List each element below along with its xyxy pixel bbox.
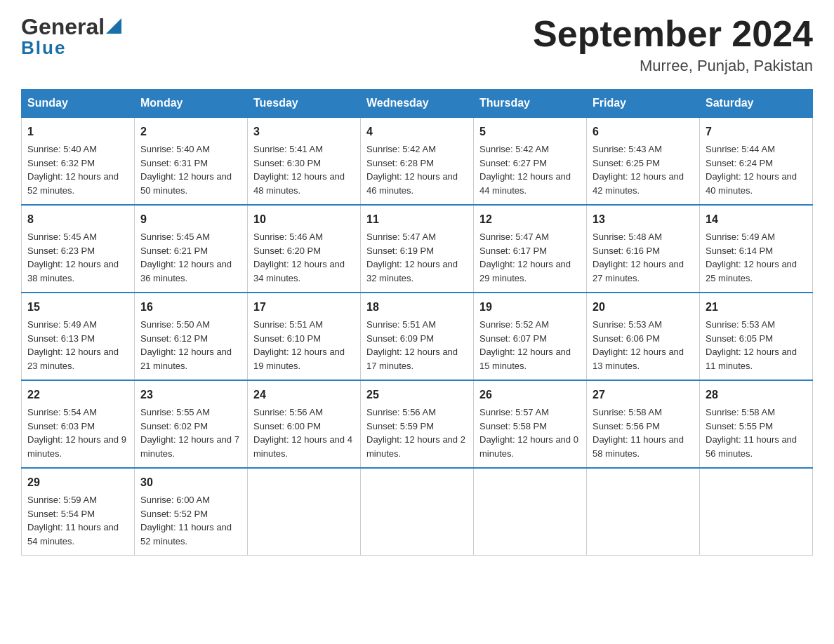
empty-cell [700, 468, 813, 556]
day-info: Sunrise: 5:57 AMSunset: 5:58 PMDaylight:… [479, 405, 581, 460]
day-cell-2: 2 Sunrise: 5:40 AMSunset: 6:31 PMDayligh… [135, 117, 248, 205]
weekday-header-monday: Monday [135, 90, 248, 118]
day-number: 20 [593, 299, 694, 316]
svg-marker-0 [106, 18, 121, 34]
day-number: 11 [366, 211, 468, 228]
day-info: Sunrise: 5:45 AMSunset: 6:23 PMDaylight:… [27, 230, 128, 285]
month-year-title: September 2024 [533, 14, 813, 54]
day-number: 2 [140, 123, 241, 140]
day-number: 7 [706, 123, 807, 140]
weekday-header-row: SundayMondayTuesdayWednesdayThursdayFrid… [22, 90, 813, 118]
week-row-2: 8 Sunrise: 5:45 AMSunset: 6:23 PMDayligh… [22, 205, 813, 293]
day-info: Sunrise: 5:58 AMSunset: 5:55 PMDaylight:… [706, 405, 807, 460]
day-info: Sunrise: 5:42 AMSunset: 6:27 PMDaylight:… [479, 142, 581, 197]
day-info: Sunrise: 5:51 AMSunset: 6:10 PMDaylight:… [253, 318, 355, 373]
day-number: 3 [253, 123, 355, 140]
day-cell-13: 13 Sunrise: 5:48 AMSunset: 6:16 PMDaylig… [587, 205, 700, 293]
day-cell-8: 8 Sunrise: 5:45 AMSunset: 6:23 PMDayligh… [22, 205, 135, 293]
logo-blue: Blue [21, 37, 121, 59]
logo-arrow-icon [106, 18, 121, 34]
day-info: Sunrise: 5:55 AMSunset: 6:02 PMDaylight:… [140, 405, 241, 460]
day-number: 6 [593, 123, 694, 140]
day-number: 10 [253, 211, 355, 228]
day-number: 4 [366, 123, 468, 140]
day-cell-11: 11 Sunrise: 5:47 AMSunset: 6:19 PMDaylig… [361, 205, 474, 293]
day-number: 13 [593, 211, 694, 228]
day-cell-3: 3 Sunrise: 5:41 AMSunset: 6:30 PMDayligh… [248, 117, 361, 205]
day-number: 17 [253, 299, 355, 316]
day-cell-25: 25 Sunrise: 5:56 AMSunset: 5:59 PMDaylig… [361, 380, 474, 468]
day-number: 25 [366, 387, 468, 403]
day-cell-18: 18 Sunrise: 5:51 AMSunset: 6:09 PMDaylig… [361, 293, 474, 380]
day-number: 15 [27, 299, 128, 316]
weekday-header-saturday: Saturday [700, 90, 813, 118]
week-row-5: 29 Sunrise: 5:59 AMSunset: 5:54 PMDaylig… [22, 468, 813, 556]
day-number: 27 [593, 387, 694, 403]
day-cell-1: 1 Sunrise: 5:40 AMSunset: 6:32 PMDayligh… [22, 117, 135, 205]
title-area: September 2024 Murree, Punjab, Pakistan [533, 14, 813, 75]
day-info: Sunrise: 5:40 AMSunset: 6:31 PMDaylight:… [140, 142, 241, 197]
day-cell-27: 27 Sunrise: 5:58 AMSunset: 5:56 PMDaylig… [587, 380, 700, 468]
weekday-header-sunday: Sunday [22, 90, 135, 118]
day-cell-28: 28 Sunrise: 5:58 AMSunset: 5:55 PMDaylig… [700, 380, 813, 468]
day-info: Sunrise: 5:54 AMSunset: 6:03 PMDaylight:… [27, 405, 128, 460]
location-subtitle: Murree, Punjab, Pakistan [533, 57, 813, 75]
day-cell-4: 4 Sunrise: 5:42 AMSunset: 6:28 PMDayligh… [361, 117, 474, 205]
day-info: Sunrise: 5:40 AMSunset: 6:32 PMDaylight:… [27, 142, 128, 197]
day-info: Sunrise: 5:41 AMSunset: 6:30 PMDaylight:… [253, 142, 355, 197]
week-row-3: 15 Sunrise: 5:49 AMSunset: 6:13 PMDaylig… [22, 293, 813, 380]
week-row-4: 22 Sunrise: 5:54 AMSunset: 6:03 PMDaylig… [22, 380, 813, 468]
day-info: Sunrise: 5:43 AMSunset: 6:25 PMDaylight:… [593, 142, 694, 197]
day-info: Sunrise: 5:49 AMSunset: 6:13 PMDaylight:… [27, 318, 128, 373]
day-info: Sunrise: 5:56 AMSunset: 5:59 PMDaylight:… [366, 405, 468, 460]
day-number: 30 [140, 474, 241, 491]
day-info: Sunrise: 5:45 AMSunset: 6:21 PMDaylight:… [140, 230, 241, 285]
day-cell-22: 22 Sunrise: 5:54 AMSunset: 6:03 PMDaylig… [22, 380, 135, 468]
day-cell-16: 16 Sunrise: 5:50 AMSunset: 6:12 PMDaylig… [135, 293, 248, 380]
day-number: 14 [706, 211, 807, 228]
day-cell-30: 30 Sunrise: 6:00 AMSunset: 5:52 PMDaylig… [135, 468, 248, 556]
day-cell-23: 23 Sunrise: 5:55 AMSunset: 6:02 PMDaylig… [135, 380, 248, 468]
day-cell-5: 5 Sunrise: 5:42 AMSunset: 6:27 PMDayligh… [474, 117, 587, 205]
day-cell-17: 17 Sunrise: 5:51 AMSunset: 6:10 PMDaylig… [248, 293, 361, 380]
day-cell-7: 7 Sunrise: 5:44 AMSunset: 6:24 PMDayligh… [700, 117, 813, 205]
weekday-header-thursday: Thursday [474, 90, 587, 118]
calendar-table: SundayMondayTuesdayWednesdayThursdayFrid… [21, 89, 813, 556]
day-info: Sunrise: 5:51 AMSunset: 6:09 PMDaylight:… [366, 318, 468, 373]
week-row-1: 1 Sunrise: 5:40 AMSunset: 6:32 PMDayligh… [22, 117, 813, 205]
day-cell-14: 14 Sunrise: 5:49 AMSunset: 6:14 PMDaylig… [700, 205, 813, 293]
day-number: 28 [706, 387, 807, 403]
day-info: Sunrise: 5:50 AMSunset: 6:12 PMDaylight:… [140, 318, 241, 373]
day-info: Sunrise: 5:49 AMSunset: 6:14 PMDaylight:… [706, 230, 807, 285]
day-info: Sunrise: 5:44 AMSunset: 6:24 PMDaylight:… [706, 142, 807, 197]
day-info: Sunrise: 5:48 AMSunset: 6:16 PMDaylight:… [593, 230, 694, 285]
day-info: Sunrise: 5:42 AMSunset: 6:28 PMDaylight:… [366, 142, 468, 197]
day-number: 21 [706, 299, 807, 316]
empty-cell [587, 468, 700, 556]
page-header: General Blue September 2024 Murree, Punj… [21, 14, 813, 75]
day-number: 22 [27, 387, 128, 403]
day-cell-21: 21 Sunrise: 5:53 AMSunset: 6:05 PMDaylig… [700, 293, 813, 380]
day-cell-20: 20 Sunrise: 5:53 AMSunset: 6:06 PMDaylig… [587, 293, 700, 380]
day-info: Sunrise: 5:46 AMSunset: 6:20 PMDaylight:… [253, 230, 355, 285]
day-info: Sunrise: 5:53 AMSunset: 6:06 PMDaylight:… [593, 318, 694, 373]
weekday-header-tuesday: Tuesday [248, 90, 361, 118]
day-number: 19 [479, 299, 581, 316]
weekday-header-wednesday: Wednesday [361, 90, 474, 118]
day-info: Sunrise: 6:00 AMSunset: 5:52 PMDaylight:… [140, 493, 241, 548]
day-cell-15: 15 Sunrise: 5:49 AMSunset: 6:13 PMDaylig… [22, 293, 135, 380]
empty-cell [474, 468, 587, 556]
day-cell-10: 10 Sunrise: 5:46 AMSunset: 6:20 PMDaylig… [248, 205, 361, 293]
day-number: 16 [140, 299, 241, 316]
day-cell-12: 12 Sunrise: 5:47 AMSunset: 6:17 PMDaylig… [474, 205, 587, 293]
day-number: 9 [140, 211, 241, 228]
day-info: Sunrise: 5:56 AMSunset: 6:00 PMDaylight:… [253, 405, 355, 460]
day-cell-24: 24 Sunrise: 5:56 AMSunset: 6:00 PMDaylig… [248, 380, 361, 468]
empty-cell [248, 468, 361, 556]
day-number: 5 [479, 123, 581, 140]
day-number: 23 [140, 387, 241, 403]
logo-general: General [21, 14, 105, 40]
day-number: 26 [479, 387, 581, 403]
empty-cell [361, 468, 474, 556]
day-number: 12 [479, 211, 581, 228]
